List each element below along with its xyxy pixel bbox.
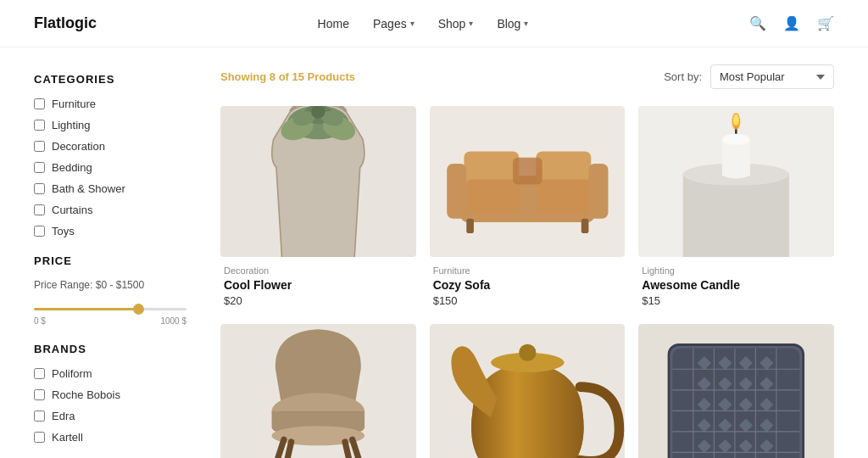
category-bedding[interactable]: Bedding xyxy=(34,161,186,174)
category-bedding-label: Bedding xyxy=(52,161,92,174)
brand-kartell[interactable]: Kartell xyxy=(34,431,186,444)
search-icon[interactable]: 🔍 xyxy=(749,15,766,31)
product-info-1: Furniture Cozy Sofa $150 xyxy=(430,257,626,310)
product-grid: Decoration Cool Flower $20 xyxy=(220,106,834,458)
candle-svg xyxy=(638,106,834,257)
page-body: CATEGORIES Furniture Lighting Decoration… xyxy=(0,47,868,458)
product-card-2[interactable]: Lighting Awesome Candle $15 xyxy=(638,106,834,310)
svg-rect-36 xyxy=(673,348,800,458)
brand-roche-checkbox[interactable] xyxy=(34,389,45,400)
showing-current: 8 xyxy=(270,70,275,83)
category-decoration-checkbox[interactable] xyxy=(34,141,45,152)
showing-prefix: Showing xyxy=(220,70,270,83)
categories-title: CATEGORIES xyxy=(34,73,186,86)
product-image-5 xyxy=(638,324,834,458)
product-info-2: Lighting Awesome Candle $15 xyxy=(638,257,834,310)
main-nav: Home Pages ▾ Shop ▾ Blog ▾ xyxy=(318,17,529,31)
product-name-0: Cool Flower xyxy=(224,278,413,292)
category-furniture-checkbox[interactable] xyxy=(34,98,45,109)
category-lighting[interactable]: Lighting xyxy=(34,119,186,131)
category-curtains[interactable]: Curtains xyxy=(34,204,186,216)
brand-roche[interactable]: Roche Bobois xyxy=(34,388,186,401)
blog-chevron-icon: ▾ xyxy=(524,19,528,28)
product-price-2: $15 xyxy=(642,294,831,307)
price-max-label: 1000 $ xyxy=(160,316,186,326)
brand-poliform-label: Poliform xyxy=(52,367,92,380)
svg-rect-12 xyxy=(447,163,466,218)
product-card-0[interactable]: Decoration Cool Flower $20 xyxy=(220,106,416,310)
showing-total: 15 xyxy=(292,70,304,83)
category-lighting-checkbox[interactable] xyxy=(34,120,45,131)
logo[interactable]: Flatlogic xyxy=(34,14,97,32)
brand-roche-label: Roche Bobois xyxy=(52,388,120,401)
product-name-2: Awesome Candle xyxy=(642,278,831,292)
brand-edra-checkbox[interactable] xyxy=(34,411,45,422)
brand-kartell-checkbox[interactable] xyxy=(34,432,45,443)
svg-rect-10 xyxy=(466,179,520,213)
price-section: PRICE Price Range: $0 - $1500 0 $ 1000 $ xyxy=(34,254,186,326)
category-decoration[interactable]: Decoration xyxy=(34,140,186,153)
top-bar: Showing 8 of 15 Products Sort by: Most P… xyxy=(220,64,834,89)
category-decoration-label: Decoration xyxy=(52,140,105,153)
brand-edra-label: Edra xyxy=(52,410,75,422)
category-curtains-checkbox[interactable] xyxy=(34,204,45,215)
category-curtains-label: Curtains xyxy=(52,204,92,216)
product-image-3 xyxy=(220,324,416,458)
category-bath-checkbox[interactable] xyxy=(34,183,45,194)
showing-text: Showing 8 of 15 Products xyxy=(220,70,355,83)
user-icon[interactable]: 👤 xyxy=(783,15,800,31)
price-title: PRICE xyxy=(34,254,186,267)
price-ticks: 0 $ 1000 $ xyxy=(34,316,186,326)
main-content: Showing 8 of 15 Products Sort by: Most P… xyxy=(203,64,834,458)
category-toys-label: Toys xyxy=(52,225,75,237)
category-furniture[interactable]: Furniture xyxy=(34,98,186,110)
svg-rect-13 xyxy=(588,163,608,218)
brand-kartell-label: Kartell xyxy=(52,431,83,444)
chair-svg xyxy=(220,324,416,458)
product-card-4[interactable]: Decoration Vintage Kettle $45 xyxy=(430,324,626,458)
category-bath-label: Bath & Shower xyxy=(52,182,125,195)
nav-shop[interactable]: Shop ▾ xyxy=(438,17,474,31)
svg-rect-15 xyxy=(581,218,588,232)
svg-rect-16 xyxy=(513,157,542,184)
category-toys-checkbox[interactable] xyxy=(34,226,45,237)
product-category-0: Decoration xyxy=(224,265,413,276)
price-slider[interactable] xyxy=(34,308,186,310)
header: Flatlogic Home Pages ▾ Shop ▾ Blog ▾ 🔍 👤… xyxy=(0,0,868,47)
brand-poliform-checkbox[interactable] xyxy=(34,368,45,379)
kettle-svg xyxy=(430,324,626,458)
category-bath[interactable]: Bath & Shower xyxy=(34,182,186,195)
svg-point-34 xyxy=(519,344,536,361)
header-icons: 🔍 👤 🛒 xyxy=(749,15,834,31)
brand-edra[interactable]: Edra xyxy=(34,410,186,422)
sidebar: CATEGORIES Furniture Lighting Decoration… xyxy=(34,64,203,458)
showing-middle: of xyxy=(275,70,292,83)
product-card-1[interactable]: Furniture Cozy Sofa $150 xyxy=(430,106,626,310)
category-toys[interactable]: Toys xyxy=(34,225,186,237)
svg-rect-14 xyxy=(466,218,474,232)
category-furniture-label: Furniture xyxy=(52,98,96,110)
brands-section: BRANDS Poliform Roche Bobois Edra Kartel… xyxy=(34,343,186,444)
nav-blog[interactable]: Blog ▾ xyxy=(497,17,528,31)
svg-point-22 xyxy=(722,134,750,145)
nav-pages[interactable]: Pages ▾ xyxy=(373,17,415,31)
category-lighting-label: Lighting xyxy=(52,119,91,131)
flower-svg xyxy=(220,106,416,257)
nav-home[interactable]: Home xyxy=(318,17,349,31)
sofa-svg xyxy=(430,109,626,255)
product-card-3[interactable]: Furniture Modern Chair $280 xyxy=(220,324,416,458)
product-info-0: Decoration Cool Flower $20 xyxy=(220,257,416,310)
categories-list: Furniture Lighting Decoration Bedding Ba… xyxy=(34,98,186,237)
product-category-1: Furniture xyxy=(433,265,622,276)
category-bedding-checkbox[interactable] xyxy=(34,162,45,173)
product-image-0 xyxy=(220,106,416,257)
sort-label: Sort by: xyxy=(664,70,702,83)
svg-rect-18 xyxy=(683,175,789,257)
showing-suffix: Products xyxy=(304,70,355,83)
cart-icon[interactable]: 🛒 xyxy=(817,15,834,31)
product-card-5[interactable]: Bedding Cozy Pillow $35 xyxy=(638,324,834,458)
sort-select[interactable]: Most Popular Price: Low to High Price: H… xyxy=(710,64,834,89)
brand-poliform[interactable]: Poliform xyxy=(34,367,186,380)
pages-chevron-icon: ▾ xyxy=(410,19,415,28)
product-category-2: Lighting xyxy=(642,265,831,276)
